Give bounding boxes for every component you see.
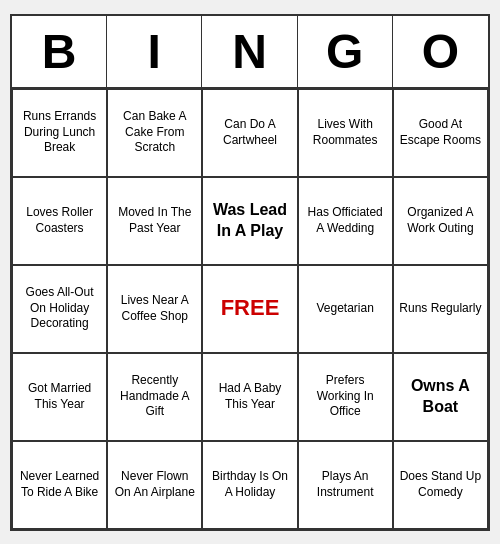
bingo-cell-16[interactable]: Recently Handmade A Gift [107,353,202,441]
bingo-cell-13[interactable]: Vegetarian [298,265,393,353]
bingo-cell-10[interactable]: Goes All-Out On Holiday Decorating [12,265,107,353]
bingo-letter-o: O [393,16,488,87]
bingo-cell-20[interactable]: Never Learned To Ride A Bike [12,441,107,529]
bingo-cell-15[interactable]: Got Married This Year [12,353,107,441]
bingo-cell-12[interactable]: FREE [202,265,297,353]
bingo-cell-18[interactable]: Prefers Working In Office [298,353,393,441]
bingo-cell-24[interactable]: Does Stand Up Comedy [393,441,488,529]
bingo-header: BINGO [12,16,488,89]
bingo-cell-2[interactable]: Can Do A Cartwheel [202,89,297,177]
bingo-cell-8[interactable]: Has Officiated A Wedding [298,177,393,265]
bingo-cell-17[interactable]: Had A Baby This Year [202,353,297,441]
bingo-cell-7[interactable]: Was Lead In A Play [202,177,297,265]
bingo-cell-19[interactable]: Owns A Boat [393,353,488,441]
bingo-letter-i: I [107,16,202,87]
bingo-cell-11[interactable]: Lives Near A Coffee Shop [107,265,202,353]
bingo-cell-9[interactable]: Organized A Work Outing [393,177,488,265]
bingo-letter-g: G [298,16,393,87]
bingo-cell-0[interactable]: Runs Errands During Lunch Break [12,89,107,177]
bingo-cell-21[interactable]: Never Flown On An Airplane [107,441,202,529]
bingo-cell-6[interactable]: Moved In The Past Year [107,177,202,265]
bingo-card: BINGO Runs Errands During Lunch BreakCan… [10,14,490,531]
bingo-grid: Runs Errands During Lunch BreakCan Bake … [12,89,488,529]
bingo-letter-n: N [202,16,297,87]
bingo-cell-1[interactable]: Can Bake A Cake From Scratch [107,89,202,177]
bingo-cell-5[interactable]: Loves Roller Coasters [12,177,107,265]
bingo-cell-4[interactable]: Good At Escape Rooms [393,89,488,177]
bingo-cell-23[interactable]: Plays An Instrument [298,441,393,529]
bingo-cell-3[interactable]: Lives With Roommates [298,89,393,177]
bingo-cell-14[interactable]: Runs Regularly [393,265,488,353]
bingo-letter-b: B [12,16,107,87]
bingo-cell-22[interactable]: Birthday Is On A Holiday [202,441,297,529]
